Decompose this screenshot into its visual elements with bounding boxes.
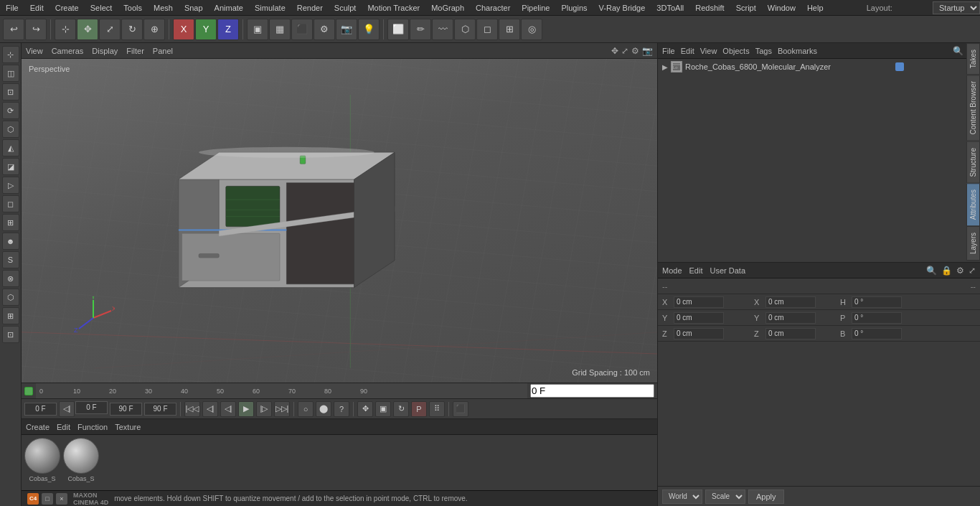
stop-btn[interactable]: ⬤ <box>316 401 331 417</box>
menu-character[interactable]: Character <box>470 2 516 14</box>
loop-btn[interactable]: ○ <box>298 401 314 417</box>
obj-menu-view[interactable]: View <box>700 47 717 55</box>
z-axis-btn[interactable]: Z <box>217 19 239 40</box>
menu-snap[interactable]: Snap <box>179 2 209 14</box>
viewport[interactable]: X Y Z <box>22 59 657 383</box>
menu-window[interactable]: Window <box>762 2 801 14</box>
obj-menu-file[interactable]: File <box>662 47 675 55</box>
dots-btn[interactable]: ⠿ <box>429 401 445 417</box>
grid-btn[interactable]: ⊞ <box>499 19 520 40</box>
fwd-btn[interactable]: |▷ <box>256 401 272 417</box>
cursor-tool[interactable]: ⊹ <box>55 19 76 40</box>
current-frame-input[interactable] <box>530 384 654 398</box>
attr-settings-icon[interactable]: ⚙ <box>956 266 964 276</box>
go-end-btn[interactable]: ▷▷| <box>274 401 290 417</box>
left-tool-9[interactable]: ◻ <box>2 195 19 212</box>
cube-btn[interactable]: ⬜ <box>387 19 409 40</box>
vp-menu-panel[interactable]: Panel <box>153 47 173 55</box>
menu-motion-tracker[interactable]: Motion Tracker <box>362 2 425 14</box>
obj-menu-edit[interactable]: Edit <box>681 47 694 55</box>
left-tool-14[interactable]: ⬡ <box>2 289 19 306</box>
timeline-ruler[interactable]: 0 10 20 30 40 50 60 70 80 90 <box>36 383 527 398</box>
mat-menu-texture[interactable]: Texture <box>115 423 141 431</box>
material-thumb-1[interactable]: Cobas_S <box>24 438 60 487</box>
p-input[interactable] <box>852 312 902 324</box>
vp-icon-maximize[interactable]: ⤢ <box>621 46 628 56</box>
undo-button[interactable]: ↩ <box>3 19 24 40</box>
step-back-frame-btn[interactable]: ◁| <box>202 401 218 417</box>
menu-select[interactable]: Select <box>85 2 118 14</box>
object-item[interactable]: ▶ Lo Roche_Cobas_6800_Molecular_Analyzer… <box>658 59 980 75</box>
menu-create[interactable]: Create <box>50 2 85 14</box>
frame-end-2-input[interactable] <box>144 403 176 416</box>
attr-menu-edit[interactable]: Edit <box>689 266 703 275</box>
left-tool-3[interactable]: ⊡ <box>2 83 19 100</box>
left-tool-10[interactable]: ⊞ <box>2 214 19 231</box>
vp-icon-camera[interactable]: 📷 <box>642 46 653 56</box>
rect-tool-pb[interactable]: ▣ <box>375 401 391 417</box>
y-pos-input[interactable] <box>674 312 724 324</box>
left-tool-12[interactable]: S <box>2 251 19 268</box>
rotate-tool[interactable]: ↻ <box>121 19 143 40</box>
field-btn[interactable]: ◻ <box>476 19 498 40</box>
obj-menu-bookmarks[interactable]: Bookmarks <box>778 47 817 55</box>
mat-menu-edit[interactable]: Edit <box>57 423 70 431</box>
deform-btn[interactable]: ⬡ <box>454 19 476 40</box>
redo-button[interactable]: ↪ <box>25 19 47 40</box>
z-pos-input[interactable] <box>674 328 724 339</box>
x-pos-input[interactable] <box>674 296 724 308</box>
menu-sculpt[interactable]: Sculpt <box>329 2 362 14</box>
menu-render[interactable]: Render <box>291 2 329 14</box>
render-settings-btn[interactable]: ⚙ <box>314 19 335 40</box>
left-tool-15[interactable]: ⊞ <box>2 307 19 324</box>
menu-animate[interactable]: Animate <box>209 2 249 14</box>
play-btn[interactable]: ▶ <box>238 401 254 417</box>
obj-menu-objects[interactable]: Objects <box>722 47 749 55</box>
go-start-btn[interactable]: |◁◁ <box>184 401 200 417</box>
scale-tool[interactable]: ⤢ <box>99 19 121 40</box>
left-tool-13[interactable]: ⊗ <box>2 270 19 287</box>
add-tool[interactable]: ⊕ <box>143 19 165 40</box>
frame-current-input[interactable] <box>75 401 108 414</box>
attr-expand-icon[interactable]: ⤢ <box>969 266 976 276</box>
menu-redshift[interactable]: Redshift <box>689 2 730 14</box>
left-tool-2[interactable]: ◫ <box>2 65 19 82</box>
attr-lock-icon[interactable]: 🔒 <box>941 266 952 276</box>
menu-tools[interactable]: Tools <box>118 2 148 14</box>
left-tool-8[interactable]: ▷ <box>2 177 19 194</box>
menu-mograph[interactable]: MoGraph <box>425 2 470 14</box>
z-rot-input[interactable] <box>765 328 816 339</box>
side-tab-attributes[interactable]: Attributes <box>966 183 980 226</box>
menu-vray-bridge[interactable]: V-Ray Bridge <box>593 2 651 14</box>
step-back-btn[interactable]: ◁| <box>59 401 75 417</box>
vp-menu-view[interactable]: View <box>26 47 43 55</box>
frame-start-input[interactable] <box>24 403 57 416</box>
menu-file[interactable]: File <box>0 2 24 14</box>
material-thumb-2[interactable]: Cobas_S <box>63 438 99 487</box>
layout-select[interactable]: Startup <box>933 1 980 14</box>
side-tab-structure[interactable]: Structure <box>966 141 980 184</box>
render-viewport-btn[interactable]: ▦ <box>269 19 291 40</box>
left-tool-1[interactable]: ⊹ <box>2 46 19 63</box>
left-tool-7[interactable]: ◪ <box>2 158 19 175</box>
left-tool-4[interactable]: ⟳ <box>2 102 19 119</box>
mat-menu-function[interactable]: Function <box>77 423 108 431</box>
render-to-pic-btn[interactable]: ⬛ <box>291 19 313 40</box>
y-axis-btn[interactable]: Y <box>195 19 217 40</box>
left-tool-11[interactable]: ☻ <box>2 233 19 250</box>
attr-menu-mode[interactable]: Mode <box>662 266 682 275</box>
menu-simulate[interactable]: Simulate <box>249 2 291 14</box>
step-fwd-frame-btn[interactable]: ◁| <box>220 401 236 417</box>
keyframe-btn[interactable]: ⬛ <box>453 401 468 417</box>
attr-search-icon[interactable]: 🔍 <box>926 266 937 276</box>
rotate-tool-pb[interactable]: ↻ <box>393 401 409 417</box>
record-btn[interactable]: P <box>411 401 427 417</box>
obj-search-icon[interactable]: 🔍 <box>953 46 963 56</box>
menu-help[interactable]: Help <box>801 2 829 14</box>
obj-menu-tags[interactable]: Tags <box>755 47 772 55</box>
b-input[interactable] <box>852 328 902 339</box>
menu-pipeline[interactable]: Pipeline <box>516 2 555 14</box>
question-btn[interactable]: ? <box>334 401 349 417</box>
menu-plugins[interactable]: Plugins <box>555 2 593 14</box>
left-tool-5[interactable]: ⬡ <box>2 121 19 138</box>
